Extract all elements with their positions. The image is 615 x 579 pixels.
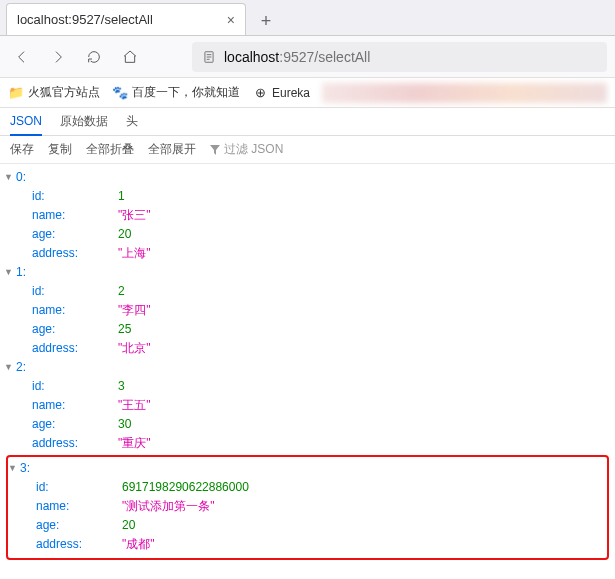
bookmark-item[interactable]: ⊕Eureka — [252, 85, 310, 101]
toolbar-保存[interactable]: 保存 — [10, 141, 34, 158]
json-toolbar: 保存复制全部折叠全部展开 过滤 JSON — [0, 136, 615, 164]
json-key: age: — [32, 225, 118, 244]
chevron-down-icon: ▼ — [4, 358, 14, 377]
url-text: localhost:9527/selectAll — [224, 49, 370, 65]
json-value: 3 — [118, 377, 125, 396]
array-index: 2: — [16, 358, 26, 377]
tab-头[interactable]: 头 — [126, 108, 138, 136]
json-value: 20 — [118, 225, 131, 244]
json-key: id: — [32, 282, 118, 301]
back-button[interactable] — [8, 43, 36, 71]
json-key: name: — [36, 497, 122, 516]
json-property[interactable]: age:25 — [32, 320, 611, 339]
blurred-bookmarks — [322, 83, 607, 103]
json-property[interactable]: address:"成都" — [36, 535, 607, 554]
reload-button[interactable] — [80, 43, 108, 71]
json-property[interactable]: id:2 — [32, 282, 611, 301]
json-property[interactable]: id:3 — [32, 377, 611, 396]
json-value: 20 — [122, 516, 135, 535]
bookmark-icon: ⊕ — [252, 85, 268, 101]
json-filter[interactable]: 过滤 JSON — [210, 141, 283, 158]
json-property[interactable]: age:30 — [32, 415, 611, 434]
json-property[interactable]: age:20 — [32, 225, 611, 244]
json-value: "测试添加第一条" — [122, 497, 215, 516]
tab-bar: localhost:9527/selectAll × + — [0, 0, 615, 36]
bookmark-label: 火狐官方站点 — [28, 84, 100, 101]
json-value: "王五" — [118, 396, 151, 415]
tab-title: localhost:9527/selectAll — [17, 12, 219, 27]
json-value: 30 — [118, 415, 131, 434]
json-key: name: — [32, 301, 118, 320]
json-key: age: — [32, 415, 118, 434]
json-record: ▼0:id:1name:"张三"age:20address:"上海" — [4, 168, 611, 263]
json-value: "北京" — [118, 339, 151, 358]
node-toggle[interactable]: ▼1: — [4, 263, 611, 282]
json-key: address: — [32, 339, 118, 358]
node-toggle[interactable]: ▼0: — [4, 168, 611, 187]
node-toggle[interactable]: ▼3: — [8, 459, 607, 478]
json-key: age: — [32, 320, 118, 339]
json-value: "重庆" — [118, 434, 151, 453]
bookmark-icon: 🐾 — [112, 85, 128, 101]
toolbar-全部展开[interactable]: 全部展开 — [148, 141, 196, 158]
json-viewer-tabs: JSON原始数据头 — [0, 108, 615, 136]
json-key: id: — [32, 187, 118, 206]
json-record: ▼1:id:2name:"李四"age:25address:"北京" — [4, 263, 611, 358]
node-toggle[interactable]: ▼2: — [4, 358, 611, 377]
json-key: name: — [32, 396, 118, 415]
array-index: 0: — [16, 168, 26, 187]
json-record: ▼3:id:6917198290622886000name:"测试添加第一条"a… — [6, 455, 609, 560]
bookmark-item[interactable]: 📁火狐官方站点 — [8, 84, 100, 101]
json-value: 2 — [118, 282, 125, 301]
json-value: "李四" — [118, 301, 151, 320]
json-key: age: — [36, 516, 122, 535]
nav-bar: localhost:9527/selectAll — [0, 36, 615, 78]
json-value: 6917198290622886000 — [122, 478, 249, 497]
json-key: address: — [32, 434, 118, 453]
json-property[interactable]: address:"重庆" — [32, 434, 611, 453]
json-property[interactable]: address:"北京" — [32, 339, 611, 358]
new-tab-button[interactable]: + — [252, 7, 280, 35]
json-value: "上海" — [118, 244, 151, 263]
json-record: ▼2:id:3name:"王五"age:30address:"重庆" — [4, 358, 611, 453]
address-bar[interactable]: localhost:9527/selectAll — [192, 42, 607, 72]
toolbar-全部折叠[interactable]: 全部折叠 — [86, 141, 134, 158]
json-key: name: — [32, 206, 118, 225]
bookmark-icon: 📁 — [8, 85, 24, 101]
page-icon — [202, 50, 216, 64]
bookmarks-bar: 📁火狐官方站点🐾百度一下，你就知道⊕Eureka — [0, 78, 615, 108]
json-key: address: — [36, 535, 122, 554]
chevron-down-icon: ▼ — [4, 263, 14, 282]
forward-button[interactable] — [44, 43, 72, 71]
json-value: "张三" — [118, 206, 151, 225]
json-property[interactable]: name:"张三" — [32, 206, 611, 225]
bookmark-label: Eureka — [272, 86, 310, 100]
json-value: "成都" — [122, 535, 155, 554]
home-button[interactable] — [116, 43, 144, 71]
close-icon[interactable]: × — [227, 12, 235, 28]
array-index: 3: — [20, 459, 30, 478]
tab-原始数据[interactable]: 原始数据 — [60, 108, 108, 136]
tab-JSON[interactable]: JSON — [10, 108, 42, 136]
node-children: id:2name:"李四"age:25address:"北京" — [4, 282, 611, 358]
bookmark-label: 百度一下，你就知道 — [132, 84, 240, 101]
json-property[interactable]: name:"王五" — [32, 396, 611, 415]
bookmark-item[interactable]: 🐾百度一下，你就知道 — [112, 84, 240, 101]
json-value: 1 — [118, 187, 125, 206]
json-key: address: — [32, 244, 118, 263]
json-property[interactable]: address:"上海" — [32, 244, 611, 263]
json-property[interactable]: id:6917198290622886000 — [36, 478, 607, 497]
json-property[interactable]: id:1 — [32, 187, 611, 206]
json-value: 25 — [118, 320, 131, 339]
json-property[interactable]: age:20 — [36, 516, 607, 535]
node-children: id:3name:"王五"age:30address:"重庆" — [4, 377, 611, 453]
chevron-down-icon: ▼ — [8, 459, 18, 478]
json-key: id: — [36, 478, 122, 497]
json-property[interactable]: name:"李四" — [32, 301, 611, 320]
node-children: id:6917198290622886000name:"测试添加第一条"age:… — [8, 478, 607, 554]
browser-tab[interactable]: localhost:9527/selectAll × — [6, 3, 246, 35]
json-tree: ▼0:id:1name:"张三"age:20address:"上海"▼1:id:… — [0, 164, 615, 566]
toolbar-复制[interactable]: 复制 — [48, 141, 72, 158]
chevron-down-icon: ▼ — [4, 168, 14, 187]
json-property[interactable]: name:"测试添加第一条" — [36, 497, 607, 516]
